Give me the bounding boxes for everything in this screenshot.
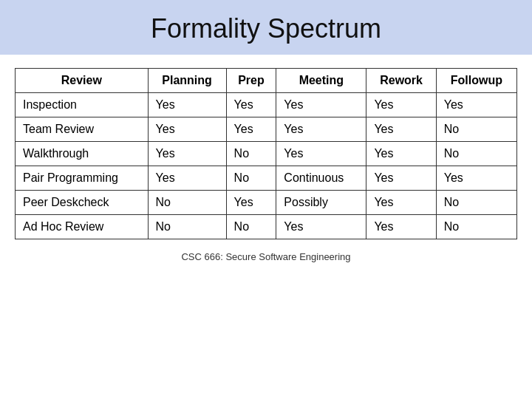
cell-1-rework: Yes bbox=[366, 117, 436, 142]
table-row: InspectionYesYesYesYesYes bbox=[16, 93, 517, 117]
cell-3-followup: Yes bbox=[436, 166, 516, 191]
cell-1-followup: No bbox=[436, 117, 516, 142]
table-header-row: Review Planning Prep Meeting Rework Foll… bbox=[16, 69, 517, 93]
col-header-prep: Prep bbox=[226, 69, 276, 93]
table-row: Peer DeskcheckNoYesPossiblyYesNo bbox=[16, 191, 517, 215]
cell-2-prep: No bbox=[226, 142, 276, 166]
page-title: Formality Spectrum bbox=[151, 13, 381, 44]
footer-text: CSC 666: Secure Software Engineering bbox=[181, 251, 350, 262]
cell-1-planning: Yes bbox=[148, 117, 226, 142]
cell-3-planning: Yes bbox=[148, 166, 226, 191]
table-row: WalkthroughYesNoYesYesNo bbox=[16, 142, 517, 166]
cell-4-planning: No bbox=[148, 191, 226, 215]
col-header-rework: Rework bbox=[366, 69, 436, 93]
cell-5-followup: No bbox=[436, 215, 516, 239]
table-wrapper: Review Planning Prep Meeting Rework Foll… bbox=[15, 68, 517, 239]
cell-5-prep: No bbox=[226, 215, 276, 239]
cell-4-rework: Yes bbox=[366, 191, 436, 215]
col-header-meeting: Meeting bbox=[276, 69, 366, 93]
cell-0-meeting: Yes bbox=[276, 93, 366, 117]
cell-0-followup: Yes bbox=[436, 93, 516, 117]
cell-0-prep: Yes bbox=[226, 93, 276, 117]
cell-3-meeting: Continuous bbox=[276, 166, 366, 191]
cell-3-rework: Yes bbox=[366, 166, 436, 191]
col-header-planning: Planning bbox=[148, 69, 226, 93]
cell-1-prep: Yes bbox=[226, 117, 276, 142]
cell-5-planning: No bbox=[148, 215, 226, 239]
cell-4-followup: No bbox=[436, 191, 516, 215]
table-row: Team ReviewYesYesYesYesNo bbox=[16, 117, 517, 142]
cell-4-review: Peer Deskcheck bbox=[16, 191, 149, 215]
cell-0-planning: Yes bbox=[148, 93, 226, 117]
cell-3-review: Pair Programming bbox=[16, 166, 149, 191]
cell-2-review: Walkthrough bbox=[16, 142, 149, 166]
table-row: Ad Hoc ReviewNoNoYesYesNo bbox=[16, 215, 517, 239]
cell-2-followup: No bbox=[436, 142, 516, 166]
cell-1-meeting: Yes bbox=[276, 117, 366, 142]
table-row: Pair ProgrammingYesNoContinuousYesYes bbox=[16, 166, 517, 191]
cell-1-review: Team Review bbox=[16, 117, 149, 142]
cell-2-meeting: Yes bbox=[276, 142, 366, 166]
title-area: Formality Spectrum bbox=[0, 0, 532, 55]
cell-5-review: Ad Hoc Review bbox=[16, 215, 149, 239]
col-header-followup: Followup bbox=[436, 69, 516, 93]
formality-table: Review Planning Prep Meeting Rework Foll… bbox=[15, 68, 517, 239]
cell-3-prep: No bbox=[226, 166, 276, 191]
cell-4-prep: Yes bbox=[226, 191, 276, 215]
cell-4-meeting: Possibly bbox=[276, 191, 366, 215]
cell-0-rework: Yes bbox=[366, 93, 436, 117]
cell-2-planning: Yes bbox=[148, 142, 226, 166]
col-header-review: Review bbox=[16, 69, 149, 93]
cell-5-rework: Yes bbox=[366, 215, 436, 239]
cell-2-rework: Yes bbox=[366, 142, 436, 166]
cell-0-review: Inspection bbox=[16, 93, 149, 117]
cell-5-meeting: Yes bbox=[276, 215, 366, 239]
